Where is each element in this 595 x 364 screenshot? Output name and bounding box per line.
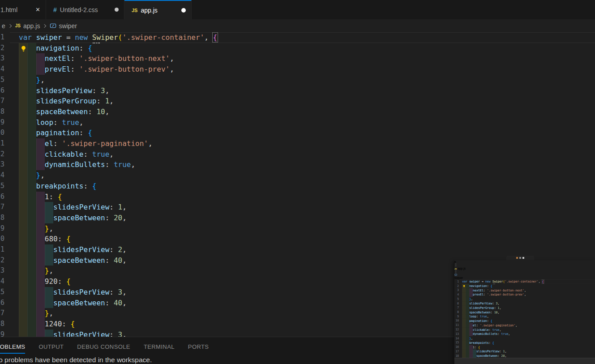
code-text[interactable]: nextEl: '.swiper-button-next', [19, 53, 174, 64]
code-line[interactable]: 7 slidesPerGroup: 1, [0, 96, 595, 107]
code-line[interactable]: 3 nextEl: '.swiper-button-next', [0, 53, 595, 64]
code-text[interactable]: }, [19, 223, 53, 234]
code-text[interactable]: spaceBetween: 40, [19, 298, 127, 308]
code-text[interactable]: spaceBetween: 10, [19, 107, 109, 117]
line-number[interactable]: 12 [0, 149, 4, 160]
line-number[interactable]: 11 [0, 138, 4, 149]
code-line[interactable]: 4 prevEl: '.swiper-button-prev', [0, 64, 595, 75]
code-line[interactable]: 16 1: { [0, 192, 595, 202]
code-text[interactable]: 680: { [19, 234, 71, 244]
dirty-dot-icon[interactable] [181, 8, 186, 13]
line-number[interactable]: 17 [0, 202, 4, 213]
line-number[interactable]: 18 [0, 213, 4, 223]
code-line[interactable]: 19 }, [0, 223, 595, 234]
breadcrumb-label: app.js [23, 22, 40, 30]
line-number[interactable]: 6 [0, 86, 4, 96]
code-line[interactable]: 10 pagination: { [0, 128, 595, 138]
code-line[interactable]: 13 dynamicBullets: true, [0, 159, 595, 170]
code-text[interactable]: pagination: { [19, 128, 92, 138]
code-line[interactable]: 9 loop: true, [0, 117, 595, 128]
code-text[interactable]: spaceBetween: 40, [19, 255, 127, 266]
panel-tab-debug-console[interactable]: DEBUG CONSOLE [77, 343, 130, 350]
line-number[interactable]: 9 [0, 117, 4, 128]
code-text[interactable]: }, [19, 308, 53, 319]
code-text[interactable]: }, [19, 75, 45, 86]
code-text[interactable]: }, [19, 266, 53, 276]
code-text[interactable]: dynamicBullets: true, [19, 159, 135, 170]
panel-tab-problems[interactable]: PROBLEMS [0, 343, 25, 350]
line-number[interactable]: 13 [0, 159, 4, 170]
panel-tab-output[interactable]: OUTPUT [39, 343, 64, 350]
code-text[interactable]: slidesPerView: 1, [19, 202, 127, 213]
code-text[interactable]: 1240: { [19, 319, 75, 330]
tab-label: 1.html [0, 6, 17, 13]
code-line[interactable]: 6 slidesPerView: 3, [0, 86, 595, 96]
code-text[interactable]: }, [19, 170, 45, 181]
code-line[interactable]: 2 navigation: { [0, 43, 595, 54]
code-text[interactable]: loop: true, [19, 117, 84, 128]
code-text[interactable]: slidesPerView: 3, [19, 86, 109, 96]
line-number[interactable]: 3 [0, 53, 4, 64]
js-icon: JS [15, 23, 21, 28]
code-text[interactable]: 1: { [19, 192, 62, 202]
code-text[interactable]: spaceBetween: 20, [19, 213, 127, 223]
line-number[interactable]: 20 [0, 234, 4, 244]
line-number[interactable]: 28 [0, 319, 4, 330]
breadcrumb-item-swiper[interactable]: swiper [50, 22, 77, 30]
line-number[interactable]: 16 [0, 192, 4, 202]
line-number[interactable]: 14 [0, 170, 4, 181]
code-line[interactable]: 18 spaceBetween: 20, [0, 213, 595, 223]
code-text[interactable]: prevEl: '.swiper-button-prev', [19, 64, 174, 75]
line-number[interactable]: 21 [0, 244, 4, 255]
breadcrumb-item-e[interactable]: e [2, 22, 5, 30]
code-text[interactable]: slidesPerGroup: 1, [19, 96, 114, 107]
line-number[interactable]: 24 [0, 276, 4, 287]
pip-body: eJSapp.jsswiper1var swiper = new Swiper(… [454, 260, 595, 364]
panel-tab-ports[interactable]: PORTS [188, 343, 209, 350]
line-number[interactable]: 15 [0, 181, 4, 192]
code-text[interactable]: var swiper = new Swiper('.swiper-contain… [19, 32, 217, 43]
code-line[interactable]: 5 }, [0, 75, 595, 86]
line-number[interactable]: 8 [0, 107, 4, 117]
line-number[interactable]: 27 [0, 308, 4, 319]
breadcrumb: eJSapp.jsswiper [0, 19, 595, 32]
code-text[interactable]: navigation: { [19, 43, 92, 54]
line-number[interactable]: 19 [0, 223, 4, 234]
line-number[interactable]: 5 [0, 75, 4, 86]
tab-app-js[interactable]: JSapp.js [124, 0, 192, 19]
code-text[interactable]: breakpoints: { [19, 181, 96, 192]
pip-mirror-window[interactable]: eJSapp.jsswiper1var swiper = new Swiper(… [454, 256, 595, 364]
line-number[interactable]: 25 [0, 287, 4, 298]
problems-message: No problems have been detected in the wo… [0, 356, 152, 364]
code-line[interactable]: 15 breakpoints: { [0, 181, 595, 192]
line-number[interactable]: 26 [0, 298, 4, 308]
dirty-dot-icon[interactable] [115, 8, 119, 12]
code-line[interactable]: 11 el: '.swiper-pagination', [0, 138, 595, 149]
code-line[interactable]: 20 680: { [0, 234, 595, 244]
code-text[interactable]: slidesPerView: 2, [19, 244, 127, 255]
code-line[interactable]: 21 slidesPerView: 2, [0, 244, 595, 255]
pip-drag-handle[interactable] [506, 256, 534, 260]
close-icon[interactable]: ✕ [35, 7, 40, 13]
code-text[interactable]: clickable: true, [19, 149, 114, 160]
line-number[interactable]: 2 [0, 43, 4, 54]
line-number[interactable]: 4 [0, 64, 4, 75]
tab-untitled-2-css[interactable]: #Untitled-2.css [46, 0, 124, 19]
code-text[interactable]: 920: { [19, 276, 71, 287]
code-line[interactable]: 1var swiper = new Swiper('.swiper-contai… [0, 32, 595, 43]
panel-tab-terminal[interactable]: TERMINAL [144, 343, 175, 350]
code-line[interactable]: 14 }, [0, 170, 595, 181]
line-number[interactable]: 10 [0, 128, 4, 138]
code-line[interactable]: 17 slidesPerView: 1, [0, 202, 595, 213]
breadcrumb-item-app-js[interactable]: JSapp.js [15, 22, 40, 30]
lightbulb-icon[interactable] [20, 45, 27, 52]
tab-1-html[interactable]: 1.html✕ [0, 0, 46, 19]
code-line[interactable]: 12 clickable: true, [0, 149, 595, 160]
code-text[interactable]: slidesPerView: 3, [19, 287, 127, 298]
line-number[interactable]: 22 [0, 255, 4, 266]
line-number[interactable]: 7 [0, 96, 4, 107]
code-text[interactable]: el: '.swiper-pagination', [19, 138, 153, 149]
line-number[interactable]: 1 [0, 32, 4, 43]
line-number[interactable]: 23 [0, 266, 4, 276]
code-line[interactable]: 8 spaceBetween: 10, [0, 107, 595, 117]
